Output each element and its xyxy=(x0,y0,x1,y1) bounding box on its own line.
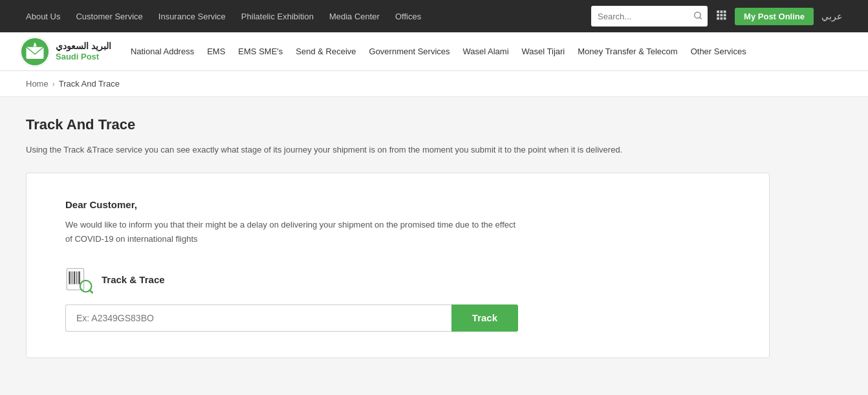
track-label-row: Track & Trace xyxy=(65,266,730,294)
search-input[interactable] xyxy=(591,12,688,21)
main-nav-links: National Address EMS EMS SME's Send & Re… xyxy=(131,47,746,56)
philatelic-exhibition-link[interactable]: Philatelic Exhibition xyxy=(241,12,314,21)
top-navigation: About Us Customer Service Insurance Serv… xyxy=(0,0,868,32)
track-card: Dear Customer, We would like to inform y… xyxy=(26,173,770,358)
main-content: Track And Trace Using the Track &Trace s… xyxy=(0,97,868,378)
arabic-link[interactable]: عربي xyxy=(821,11,842,21)
offices-link[interactable]: Offices xyxy=(395,12,421,21)
wasel-tijari-link[interactable]: Wasel Tijari xyxy=(522,47,565,56)
svg-rect-15 xyxy=(69,272,71,284)
search-button[interactable] xyxy=(688,11,708,22)
svg-rect-6 xyxy=(721,14,723,16)
search-box xyxy=(591,6,708,27)
breadcrumb-home[interactable]: Home xyxy=(26,79,49,89)
wasel-alami-link[interactable]: Wasel Alami xyxy=(463,47,509,56)
track-input-row: Track xyxy=(65,304,518,332)
breadcrumb-current: Track And Trace xyxy=(59,79,120,89)
media-center-link[interactable]: Media Center xyxy=(329,12,380,21)
saudi-post-logo xyxy=(19,36,50,67)
top-nav-links: About Us Customer Service Insurance Serv… xyxy=(26,12,421,21)
track-button[interactable]: Track xyxy=(451,304,518,332)
notice-text: We would like to inform you that their m… xyxy=(65,218,518,246)
svg-rect-8 xyxy=(717,17,719,19)
svg-rect-4 xyxy=(724,10,726,13)
svg-rect-16 xyxy=(72,272,72,284)
other-services-link[interactable]: Other Services xyxy=(691,47,746,56)
grid-icon[interactable] xyxy=(715,9,727,24)
search-icon xyxy=(693,11,702,20)
svg-rect-2 xyxy=(717,10,719,13)
customer-service-link[interactable]: Customer Service xyxy=(76,12,142,21)
svg-rect-9 xyxy=(721,17,723,19)
send-receive-link[interactable]: Send & Receive xyxy=(296,47,356,56)
svg-line-1 xyxy=(700,17,702,19)
top-nav-right: My Post Online عربي xyxy=(591,6,842,27)
track-trace-icon xyxy=(65,266,94,294)
svg-rect-18 xyxy=(76,272,77,284)
insurance-service-link[interactable]: Insurance Service xyxy=(158,12,226,21)
about-us-link[interactable]: About Us xyxy=(26,12,60,21)
track-label: Track & Trace xyxy=(102,274,165,285)
track-number-input[interactable] xyxy=(65,304,451,332)
svg-rect-7 xyxy=(724,14,726,16)
svg-rect-19 xyxy=(78,272,80,284)
ems-link[interactable]: EMS xyxy=(207,47,225,56)
main-navigation: البريد السعودي Saudi Post National Addre… xyxy=(0,32,868,71)
breadcrumb-separator: › xyxy=(52,80,55,89)
svg-rect-3 xyxy=(721,10,723,13)
page-title: Track And Trace xyxy=(26,116,842,133)
logo-text: البريد السعودي Saudi Post xyxy=(56,41,111,61)
svg-rect-5 xyxy=(717,14,719,16)
svg-rect-17 xyxy=(74,272,76,284)
barcode-search-icon xyxy=(65,266,94,294)
logo-arabic: البريد السعودي xyxy=(56,41,111,52)
logo-english: Saudi Post xyxy=(56,52,111,62)
notice-title: Dear Customer, xyxy=(65,199,730,210)
national-address-link[interactable]: National Address xyxy=(131,47,194,56)
page-description: Using the Track &Trace service you can s… xyxy=(26,144,842,157)
svg-rect-10 xyxy=(724,17,726,19)
svg-line-21 xyxy=(90,290,92,293)
ems-smes-link[interactable]: EMS SME's xyxy=(238,47,283,56)
government-services-link[interactable]: Government Services xyxy=(369,47,450,56)
money-transfer-link[interactable]: Money Transfer & Telecom xyxy=(578,47,677,56)
logo-area: البريد السعودي Saudi Post xyxy=(19,36,111,67)
breadcrumb: Home › Track And Trace xyxy=(0,71,868,97)
my-post-button[interactable]: My Post Online xyxy=(735,8,814,25)
